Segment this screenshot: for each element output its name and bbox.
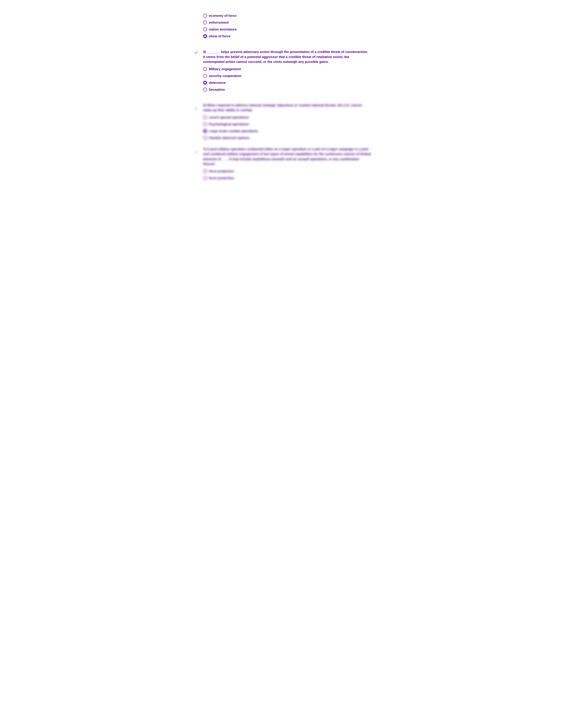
radio-deterrence[interactable]: [203, 81, 207, 85]
question-6-text: 6) When required to address national str…: [203, 103, 371, 113]
radio-psychological: [203, 122, 207, 126]
q6-option-flexible-deterrent: Flexible deterrent options: [203, 135, 371, 140]
option-label-nation-assistance: nation assistance: [209, 27, 237, 32]
option-label-security-cooperation: security cooperation: [209, 73, 241, 78]
option-label-force-protection: force protection: [209, 176, 234, 180]
q7-option-force-projection: force projection: [203, 169, 371, 173]
radio-covert: [203, 115, 207, 119]
radio-security-cooperation[interactable]: [203, 74, 207, 78]
option-label-deception: Deception: [209, 87, 225, 92]
radio-nation-assistance[interactable]: [203, 27, 207, 31]
option-label-flexible-deterrent: Flexible deterrent options: [209, 135, 249, 140]
question-6-blurred: ✓ 6) When required to address national s…: [192, 103, 371, 140]
option-label-show-of-force: show of force: [209, 34, 230, 38]
radio-flexible-deterrent: [203, 136, 207, 140]
option-label-economy-of-force: economy of force: [209, 13, 236, 18]
option-label-force-projection: force projection: [209, 169, 234, 173]
q6-option-large-scale: Large Scale combat operations: [203, 129, 371, 133]
q4-option-nation-assistance[interactable]: nation assistance: [203, 27, 371, 32]
radio-show-of-force[interactable]: [203, 34, 207, 38]
question-5: ✓ 5) _______ helps prevent adversary act…: [192, 47, 371, 96]
question-7-blurred: ✓ 7) A joint military operation conducte…: [192, 147, 371, 180]
q5-option-deception[interactable]: Deception: [203, 87, 371, 92]
question-7-text: 7) A joint military operation conducted …: [203, 147, 371, 167]
correct-checkmark-q7: ✓: [194, 149, 198, 155]
radio-deception[interactable]: [203, 88, 207, 92]
option-label-military-engagement: Military engagement: [209, 67, 241, 71]
option-label-psychological: Psychological operations: [209, 122, 249, 126]
q6-option-covert: covert special operations: [203, 115, 371, 120]
q4-option-show-of-force[interactable]: show of force: [203, 34, 371, 38]
q5-option-deterrence[interactable]: deterrence: [203, 80, 371, 85]
option-label-enforcement: enforcement: [209, 20, 229, 25]
option-label-deterrence: deterrence: [209, 80, 226, 85]
q5-option-security-cooperation[interactable]: security cooperation: [203, 73, 371, 78]
q5-option-military-engagement[interactable]: Military engagement: [203, 67, 371, 71]
option-label-covert: covert special operations: [209, 115, 249, 120]
radio-force-protection: [203, 176, 207, 180]
radio-large-scale: [203, 129, 207, 133]
question-5-text: 5) _______ helps prevent adversary actio…: [203, 49, 371, 64]
q6-option-psychological: Psychological operations: [203, 122, 371, 126]
q4-option-economy-of-force[interactable]: economy of force: [203, 13, 371, 18]
q4-option-enforcement[interactable]: enforcement: [203, 20, 371, 25]
radio-military-engagement[interactable]: [203, 67, 207, 71]
q7-option-force-protection: force protection: [203, 176, 371, 180]
correct-checkmark-q5: ✓: [194, 50, 198, 56]
radio-economy-of-force[interactable]: [203, 14, 207, 18]
correct-checkmark-q6: ✓: [194, 105, 198, 111]
radio-force-projection: [203, 169, 207, 173]
radio-enforcement[interactable]: [203, 21, 207, 24]
option-label-large-scale: Large Scale combat operations: [209, 129, 258, 133]
